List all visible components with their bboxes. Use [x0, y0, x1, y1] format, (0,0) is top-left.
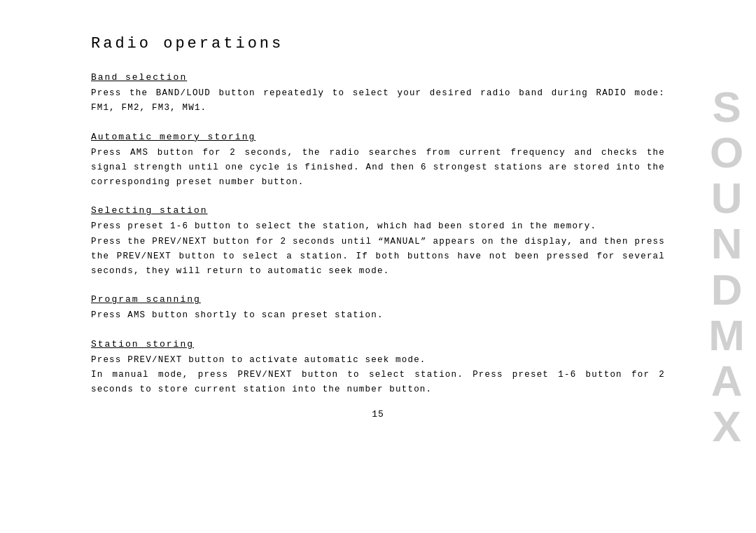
brand-letter-x: X — [712, 403, 739, 449]
brand-letter-a: A — [711, 358, 741, 403]
section-automatic-memory-storing: Automatic memory storing Press AMS butto… — [91, 132, 665, 191]
section-body-station-storing: Press PREV/NEXT button to activate autom… — [91, 353, 665, 398]
page-title: Radio operations — [91, 35, 665, 53]
brand-letter-s: S — [712, 84, 739, 130]
brand-letter-d: D — [711, 267, 741, 312]
selecting-station-line-1: Press preset 1-6 button to select the st… — [91, 221, 596, 231]
section-band-selection: Band selection Press the BAND/LOUD butto… — [91, 72, 665, 116]
section-station-storing: Station storing Press PREV/NEXT button t… — [91, 339, 665, 398]
station-storing-line-2: In manual mode, press PREV/NEXT button t… — [91, 370, 665, 394]
brand-letter-m: M — [708, 312, 743, 358]
section-selecting-station: Selecting station Press preset 1-6 butto… — [91, 205, 665, 279]
selecting-station-line-2: Press the PREV/NEXT button for 2 seconds… — [91, 237, 665, 277]
section-heading-automatic-memory-storing: Automatic memory storing — [91, 132, 665, 142]
content-area: Radio operations Band selection Press th… — [91, 0, 665, 441]
section-program-scanning: Program scanning Press AMS button shortl… — [91, 294, 665, 323]
brand-letter-n: N — [711, 221, 741, 266]
page-number: 15 — [372, 409, 384, 420]
section-heading-selecting-station: Selecting station — [91, 205, 665, 216]
section-body-automatic-memory-storing: Press AMS button for 2 seconds, the radi… — [91, 146, 665, 191]
brand-letter-o: O — [710, 130, 742, 175]
section-heading-station-storing: Station storing — [91, 339, 665, 349]
section-body-selecting-station: Press preset 1-6 button to select the st… — [91, 219, 665, 279]
brand-letter-u: U — [711, 175, 741, 221]
section-heading-band-selection: Band selection — [91, 72, 665, 83]
station-storing-line-1: Press PREV/NEXT button to activate autom… — [91, 355, 426, 365]
section-heading-program-scanning: Program scanning — [91, 294, 665, 305]
brand-watermark: S O U N D M A X — [708, 0, 743, 533]
section-body-band-selection: Press the BAND/LOUD button repeatedly to… — [91, 86, 665, 116]
section-body-program-scanning: Press AMS button shortly to scan preset … — [91, 308, 665, 323]
page-container: Radio operations Band selection Press th… — [0, 0, 756, 533]
